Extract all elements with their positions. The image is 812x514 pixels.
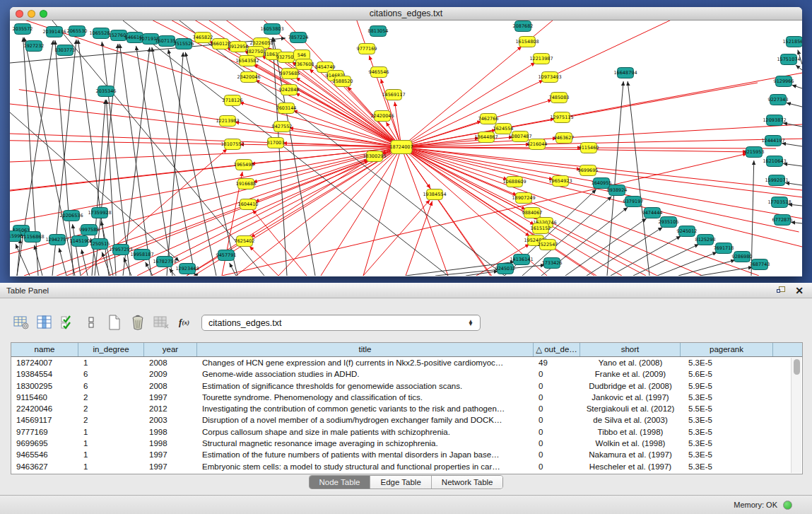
graph-node-label: 9115460: [579, 145, 599, 151]
table-selector-value: citations_edges.txt: [208, 318, 464, 328]
graph-node-label: 8454749: [315, 64, 336, 70]
table-cell: 9463627: [11, 461, 78, 472]
graph-node-label: 9465546: [369, 69, 389, 75]
table-cell: 5.3E-5: [681, 426, 773, 438]
column-header-0[interactable]: name: [11, 343, 78, 356]
graph-node-label: 18907249: [512, 195, 535, 201]
table-cell: 9465546: [11, 449, 78, 460]
table-row[interactable]: 946362711997Embryonic stem cells: a mode…: [11, 461, 802, 472]
graph-node-label: 20391436: [42, 29, 66, 35]
table-cell: 5.3E-5: [681, 449, 773, 460]
graph-node-label: 7462766: [478, 116, 499, 122]
table-settings-icon[interactable]: [11, 313, 30, 332]
table-cell: 2012: [144, 403, 197, 414]
graph-node-label: 12444197: [761, 138, 784, 144]
graph-node-label: 1927232: [24, 43, 45, 49]
table-row[interactable]: 1456911722003Disruption of a novel membe…: [11, 414, 802, 426]
table-row[interactable]: 2242004622012Investigating the contribut…: [11, 403, 802, 414]
table-cell: 1: [78, 438, 144, 449]
table-cell: Estimation of significance thresholds fo…: [197, 380, 534, 392]
column-header-1[interactable]: in_degree: [78, 343, 144, 356]
graph-node-label: 10688609: [502, 179, 526, 185]
table-selector-dropdown[interactable]: citations_edges.txt ▲▼: [201, 315, 481, 331]
graph-edge: [10, 147, 401, 162]
graph-edge: [363, 200, 430, 276]
graph-node-label: 9997588: [79, 227, 100, 233]
graph-node-label: 12975115: [550, 115, 573, 120]
float-panel-icon[interactable]: [777, 286, 787, 295]
graph-node-label: 16543582: [235, 58, 259, 64]
graph-node-label: 9227343: [768, 97, 789, 103]
network-canvas-svg[interactable]: 1872400718300295746582286601288912954232…: [10, 21, 802, 276]
graph-node-label: 14569117: [382, 92, 405, 98]
graph-edge: [796, 65, 802, 70]
table-row[interactable]: 1872400712008Changes of HCN gene express…: [11, 357, 802, 368]
select-rows-icon[interactable]: [58, 313, 77, 332]
table-panel: Table Panel ✕ f(x) citations_edges.t: [0, 283, 812, 514]
graph-node-label: 23420046: [237, 74, 260, 80]
graph-node-label: 10807487: [508, 134, 531, 139]
graph-edge: [321, 147, 401, 276]
tab-network-table[interactable]: Network Table: [432, 476, 503, 489]
column-header-5[interactable]: short: [580, 343, 681, 356]
table-cell: 1997: [144, 392, 197, 403]
graph-node-label: 15992071: [765, 177, 788, 183]
graph-node-label: 317003: [267, 140, 285, 146]
graph-node-label: 9457791: [216, 252, 237, 258]
table-row[interactable]: 969969511998Structural magnetic resonanc…: [11, 438, 802, 449]
table-tabbar: Node Table Edge Table Network Table: [0, 475, 812, 491]
close-panel-icon[interactable]: ✕: [795, 286, 804, 295]
scrollbar-thumb[interactable]: [794, 359, 800, 375]
delete-trash-icon[interactable]: [128, 313, 147, 332]
table-row[interactable]: 1830029562008Estimation of significance …: [11, 380, 802, 392]
column-header-2[interactable]: year: [144, 343, 197, 356]
graph-node-label: 7485083: [549, 95, 570, 100]
memory-status-indicator: [783, 501, 792, 510]
network-canvas[interactable]: 1872400718300295746582286601288912954232…: [10, 21, 802, 276]
table-cell: 22420046: [11, 403, 78, 414]
table-cell: 2003: [144, 414, 197, 426]
graph-node-label: 11156868: [20, 234, 44, 240]
network-view-window[interactable]: citations_edges.txt 18724007183002957465…: [10, 7, 802, 276]
column-header-3[interactable]: title: [197, 343, 534, 356]
column-header-4[interactable]: △ out_de…: [534, 343, 580, 356]
column-header-6[interactable]: pagerank: [681, 343, 773, 356]
table-cell: Jankovic et al. (1997): [580, 392, 681, 403]
graph-node-label: 1733426: [542, 260, 563, 266]
table-cell: 0: [534, 438, 580, 449]
graph-node-label: 7625402: [235, 238, 255, 244]
select-column-icon[interactable]: [35, 313, 54, 332]
graph-edge: [167, 52, 183, 276]
table-cell: Disruption of a novel member of a sodium…: [197, 414, 534, 426]
new-file-icon[interactable]: [105, 313, 124, 332]
graph-edge: [700, 267, 753, 276]
table-row[interactable]: 1938455462009Genome-wide association stu…: [11, 368, 802, 380]
table-cell: Estimation of the future numbers of pati…: [197, 449, 534, 460]
tab-edge-table[interactable]: Edge Table: [370, 476, 431, 489]
table-cell: 2: [78, 392, 144, 403]
graph-node-label: 19384554: [423, 192, 446, 197]
graph-edge: [787, 103, 802, 107]
graph-edge: [607, 81, 623, 276]
graph-node-label: 7687743: [750, 262, 770, 267]
tab-node-table[interactable]: Node Table: [310, 476, 371, 489]
graph-edge: [151, 147, 401, 276]
memory-status-label: Memory: OK: [734, 501, 777, 509]
graph-node-label: 1965498: [234, 162, 254, 168]
table-cell: 18300295: [11, 380, 78, 392]
table-row[interactable]: 911546021997Tourette syndrome. Phenomeno…: [11, 392, 802, 403]
graph-node-label: 1604410: [238, 201, 259, 207]
table-row[interactable]: 977716911998Corpus callosum shape and si…: [11, 426, 802, 438]
window-title: citations_edges.txt: [10, 8, 802, 18]
table-cell: Structural magnetic resonance image aver…: [197, 438, 534, 449]
table-vertical-scrollbar[interactable]: [791, 358, 801, 473]
table-cell: 0: [534, 449, 580, 460]
row-height-icon[interactable]: [81, 313, 100, 332]
graph-node-label: 16210643: [763, 158, 786, 164]
window-titlebar[interactable]: citations_edges.txt: [10, 7, 802, 21]
graph-node-label: 7515526: [174, 41, 194, 47]
table-cell: 18724007: [11, 357, 78, 368]
function-builder-icon[interactable]: f(x): [175, 313, 194, 332]
graph-node-label: 9463627: [554, 135, 575, 141]
table-row[interactable]: 946554611997Estimation of the future num…: [11, 449, 802, 460]
